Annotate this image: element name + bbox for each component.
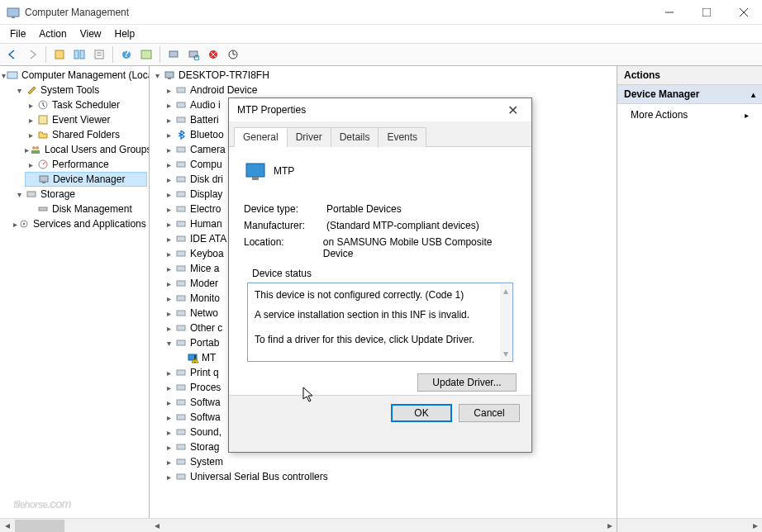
status-line: A service installation section in this I… — [255, 308, 506, 321]
svg-rect-59 — [177, 415, 185, 420]
svg-rect-36 — [168, 78, 171, 79]
window-title: Computer Management — [25, 7, 755, 18]
dialog-title-bar[interactable]: MTP Properties ✕ — [229, 98, 531, 121]
location-label: Location: — [244, 236, 323, 259]
tree-disk-management[interactable]: ▸Disk Management — [25, 202, 147, 216]
cancel-button[interactable]: Cancel — [459, 404, 520, 422]
svg-point-34 — [23, 223, 26, 226]
device-icon — [174, 247, 188, 260]
chevron-right-icon: ▸ — [745, 111, 749, 120]
actions-pane: Actions Device Manager ▴ More Actions ▸ — [617, 66, 762, 532]
tree-performance[interactable]: ▸Performance — [25, 157, 147, 172]
minimize-button[interactable] — [650, 0, 688, 25]
tab-strip: General Driver Details Events — [229, 121, 531, 147]
tree-root[interactable]: ▾ Computer Management (Local — [2, 68, 147, 83]
tree-storage[interactable]: ▾Storage — [13, 187, 147, 202]
menu-help[interactable]: Help — [108, 26, 142, 41]
svg-rect-40 — [177, 147, 185, 152]
menu-action[interactable]: Action — [32, 26, 73, 41]
scan-hardware-button[interactable] — [184, 45, 202, 64]
location-value: on SAMSUNG Mobile USB Composite Device — [323, 236, 517, 259]
svg-rect-44 — [177, 207, 185, 211]
close-button[interactable] — [725, 0, 762, 25]
dialog-buttons: OK Cancel — [229, 395, 531, 430]
update-driver-button[interactable]: Update Driver... — [417, 373, 517, 392]
up-button[interactable] — [50, 45, 69, 64]
device-category[interactable]: ▸System — [163, 454, 615, 469]
computer-icon — [163, 69, 176, 82]
expander-icon[interactable]: ▾ — [13, 86, 25, 95]
mid-scrollbar[interactable]: ◂ ▸ — [150, 518, 617, 532]
svg-rect-3 — [702, 8, 711, 17]
device-icon — [174, 411, 188, 424]
collapse-icon[interactable]: ▴ — [751, 90, 755, 99]
device-type-value: Portable Devices — [326, 203, 402, 215]
svg-point-26 — [36, 146, 39, 150]
back-button[interactable] — [3, 45, 21, 64]
scroll-thumb[interactable] — [15, 520, 64, 532]
svg-rect-42 — [177, 177, 185, 182]
tab-general[interactable]: General — [234, 127, 288, 147]
svg-rect-35 — [165, 72, 174, 78]
forward-button[interactable] — [23, 45, 41, 64]
device-root[interactable]: ▾DESKTOP-TR7I8FH — [151, 68, 615, 83]
status-line: This device is not configured correctly.… — [255, 288, 506, 302]
tree-shared-folders[interactable]: ▸Shared Folders — [25, 127, 147, 142]
device-icon — [174, 217, 188, 230]
svg-text:?: ? — [123, 49, 129, 59]
tab-events[interactable]: Events — [378, 127, 426, 147]
tree-task-scheduler[interactable]: ▸Task Scheduler — [25, 97, 147, 112]
svg-rect-58 — [177, 400, 185, 405]
svg-rect-62 — [177, 459, 185, 464]
maximize-button[interactable] — [688, 0, 725, 25]
clock-icon — [36, 98, 50, 112]
devices-button[interactable] — [164, 45, 183, 64]
tree-system-tools[interactable]: ▾ System Tools — [13, 83, 147, 97]
device-icon — [174, 83, 188, 97]
storage-icon — [25, 188, 38, 201]
action-pane-button[interactable] — [137, 45, 155, 64]
scroll-left-icon[interactable]: ◂ — [150, 519, 164, 533]
svg-rect-7 — [74, 50, 79, 59]
menu-view[interactable]: View — [74, 26, 108, 41]
device-category[interactable]: ▸Android Device — [163, 83, 615, 97]
device-icon — [174, 113, 188, 126]
device-category[interactable]: ▸Universal Serial Bus controllers — [163, 469, 615, 484]
tab-details[interactable]: Details — [331, 127, 379, 147]
folder-icon — [36, 128, 50, 141]
scroll-left-icon[interactable]: ◂ — [0, 519, 14, 533]
svg-rect-27 — [31, 150, 40, 154]
more-actions-item[interactable]: More Actions ▸ — [617, 104, 762, 126]
scroll-right-icon[interactable]: ▸ — [602, 519, 617, 533]
device-icon — [174, 262, 188, 275]
device-icon — [244, 160, 267, 183]
menu-file[interactable]: File — [3, 26, 32, 41]
manufacturer-label: Manufacturer: — [244, 220, 326, 231]
tab-driver[interactable]: Driver — [287, 127, 331, 147]
actions-section[interactable]: Device Manager ▴ — [617, 85, 762, 104]
svg-point-25 — [32, 146, 36, 150]
left-scrollbar[interactable]: ◂ ▸ — [0, 518, 150, 532]
tree-device-manager[interactable]: ▸Device Manager — [25, 172, 147, 187]
performance-icon — [36, 158, 50, 171]
status-scrollbar[interactable]: ▴▾ — [500, 284, 512, 360]
device-icon — [174, 128, 188, 141]
tree-local-users[interactable]: ▸Local Users and Groups — [25, 142, 147, 157]
tree-services-apps[interactable]: ▸Services and Applications — [13, 216, 147, 231]
properties-button[interactable] — [90, 45, 108, 64]
help-button[interactable]: ? — [117, 45, 136, 64]
dialog-close-button[interactable]: ✕ — [502, 101, 523, 120]
svg-rect-45 — [177, 221, 185, 226]
device-icon — [174, 98, 188, 112]
device-icon — [174, 470, 188, 483]
svg-rect-22 — [7, 72, 17, 78]
ok-button[interactable]: OK — [391, 404, 452, 422]
tree-event-viewer[interactable]: ▸Event Viewer — [25, 112, 147, 127]
svg-rect-8 — [80, 50, 84, 59]
uninstall-button[interactable] — [204, 45, 222, 64]
show-hide-tree-button[interactable] — [70, 45, 88, 64]
update-driver-button[interactable] — [224, 45, 242, 64]
svg-rect-60 — [177, 430, 185, 435]
device-icon — [174, 425, 188, 439]
svg-text:!: ! — [193, 354, 196, 364]
